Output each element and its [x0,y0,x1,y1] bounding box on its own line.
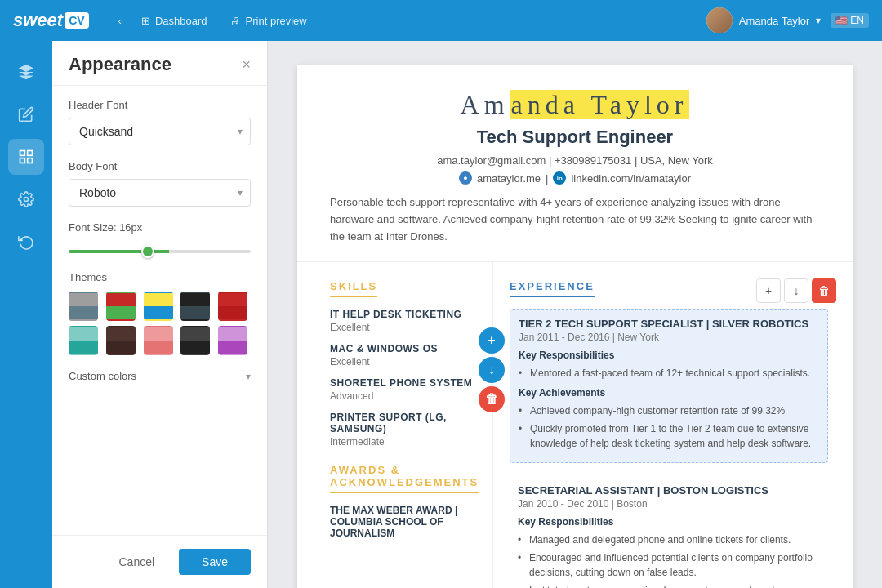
theme-swatch-5[interactable] [218,292,247,321]
dashboard-icon: ⊞ [141,15,150,27]
skill-level-2: Excellent [330,356,476,368]
settings-icon [18,191,34,207]
theme-swatch-8[interactable] [144,326,173,355]
sidebar-edit-btn[interactable] [8,96,44,132]
theme-swatch-4[interactable] [180,292,210,321]
user-menu[interactable]: Amanda Taylor ▾ [706,7,821,33]
sidebar-template-btn[interactable] [8,139,44,175]
header-font-select[interactable]: Quicksand [69,118,251,145]
body-font-group: Body Font Roboto ▾ [69,160,251,207]
exp-subtitle-achievements-1: Key Achievements [519,387,819,399]
add-experience-button[interactable]: + [756,278,781,303]
skill-item-2: MAC & WINDOWS OS Excellent [330,343,476,368]
exp-bullet-1-2: Achieved company-high customer retention… [519,403,819,418]
themes-group: Themes Custom colors [69,271,251,387]
exp-date-2: Jan 2010 - Dec 2010 | Boston [518,498,820,510]
resume-links: ● amataylor.me | in linkedin.com/in/amat… [330,172,820,185]
custom-colors-label: Custom colors [69,370,136,382]
resume-paper: Amanda Taylor Tech Support Engineer ama.… [297,65,853,588]
resume-header-section: Amanda Taylor Tech Support Engineer ama.… [297,65,853,262]
exp-subtitle-responsibilities-2: Key Responsibilities [518,516,820,528]
user-name: Amanda Taylor [739,15,809,27]
delete-experience-button[interactable]: 🗑 [812,278,836,303]
add-section-float-button[interactable]: + [479,327,505,354]
body-font-select[interactable]: Roboto [69,179,251,207]
skills-section-title: SKILLS [330,280,377,297]
theme-swatch-7[interactable] [106,326,136,355]
icon-sidebar [0,41,52,588]
theme-swatch-6[interactable] [69,326,98,355]
panel-content: Header Font Quicksand ▾ Body Font Roboto… [52,86,267,535]
font-size-group: Font Size: 16px [69,221,251,256]
theme-swatch-1[interactable] [69,292,98,321]
theme-swatch-2[interactable] [106,292,136,321]
sidebar-history-btn[interactable] [8,224,44,260]
theme-swatch-10[interactable] [218,326,247,355]
experience-item-2: SECRETARIAL ASSISTANT | Boston Logistics… [510,476,828,588]
award-name-1: THE MAX WEBER AWARD |Columbia School of … [330,505,476,539]
close-panel-button[interactable]: × [242,57,251,72]
edit-icon [18,106,34,122]
layers-icon [17,63,35,81]
linkedin-icon: in [553,172,566,185]
cancel-button[interactable]: Cancel [102,549,171,575]
logo: sweet CV [13,10,89,31]
skill-level-1: Excellent [330,322,476,333]
save-button[interactable]: Save [179,549,251,575]
custom-colors-row[interactable]: Custom colors ▾ [69,365,251,387]
skill-name-3: SHORETEL PHONE SYSTEM [330,377,476,389]
awards-section-title: AWARDS &ACKNOWLEDGEMENTS [330,464,479,493]
flag-icon: 🇺🇸 [835,15,848,26]
nav-dashboard[interactable]: ⊞ Dashboard [131,15,217,27]
skill-level-3: Advanced [330,390,476,402]
resume-left-column: SKILLS IT HELP DESK TICKETING Excellent … [297,262,493,588]
language-selector[interactable]: 🇺🇸 EN [831,13,869,28]
skill-item-4: PRINTER SUPORT (LG, SAMSUNG) Intermediat… [330,412,476,448]
sidebar-settings-btn[interactable] [8,181,44,217]
awards-section: AWARDS &ACKNOWLEDGEMENTS THE MAX WEBER A… [330,464,476,539]
nav-print-preview[interactable]: 🖨 Print preview [220,15,317,27]
move-experience-down-button[interactable]: ↓ [784,278,808,303]
avatar [706,7,733,33]
top-nav: sweet CV ‹ ⊞ Dashboard 🖨 Print preview A… [0,0,882,41]
main-layout: Appearance × Header Font Quicksand ▾ Bod… [0,41,882,588]
svg-rect-1 [28,151,33,156]
exp-job-title-2: SECRETARIAL ASSISTANT | Boston Logistics [518,484,820,497]
theme-swatch-9[interactable] [180,326,210,355]
resume-summary: Personable tech support representative w… [330,194,820,245]
experience-section-title: EXPERIENCE [510,280,595,297]
custom-colors-arrow-icon: ▾ [246,371,251,382]
name-highlight: anda Taylor [510,90,690,119]
svg-point-4 [24,198,29,202]
template-icon [18,149,34,165]
header-font-group: Header Font Quicksand ▾ [69,99,251,145]
linkedin-link: linkedin.com/in/amataylor [571,172,691,185]
font-size-label: Font Size: 16px [69,221,251,234]
sidebar-layers-btn[interactable] [8,54,44,90]
website-link: amataylor.me [477,172,541,185]
delete-section-float-button[interactable]: 🗑 [479,386,505,412]
logo-text: sweet [13,10,63,31]
font-size-slider[interactable] [69,250,251,253]
exp-bullet-2-1: Managed and delegated phone and online t… [518,532,820,547]
nav-back-arrow[interactable]: ‹ [109,15,131,27]
skill-name-2: MAC & WINDOWS OS [330,343,476,354]
themes-label: Themes [69,271,251,283]
section-actions: + ↓ 🗑 [756,278,836,303]
svg-rect-0 [20,151,25,156]
exp-bullet-2-3: Instituted customer promotional surveys … [518,583,820,588]
skill-item-1: IT HELP DESK TICKETING Excellent [330,309,476,333]
skill-name-1: IT HELP DESK TICKETING [330,309,476,320]
resume-area: Amanda Taylor Tech Support Engineer ama.… [268,41,882,588]
theme-swatch-3[interactable] [144,292,173,321]
appearance-panel: Appearance × Header Font Quicksand ▾ Bod… [52,41,268,588]
user-dropdown-icon: ▾ [816,15,821,26]
move-down-float-button[interactable]: ↓ [479,357,505,383]
svg-rect-2 [20,158,25,163]
panel-header: Appearance × [52,41,267,86]
globe-icon: ● [459,172,472,185]
exp-job-title-1: TIER 2 TECH SUPPORT SPECIALIST | Silver … [519,318,819,330]
resume-title: Tech Support Engineer [330,127,820,148]
resume-right-column: + ↓ 🗑 + ↓ 🗑 EXPERIENCE TIER 2 TECH SUPPO… [493,262,853,588]
body-font-label: Body Font [69,160,251,172]
